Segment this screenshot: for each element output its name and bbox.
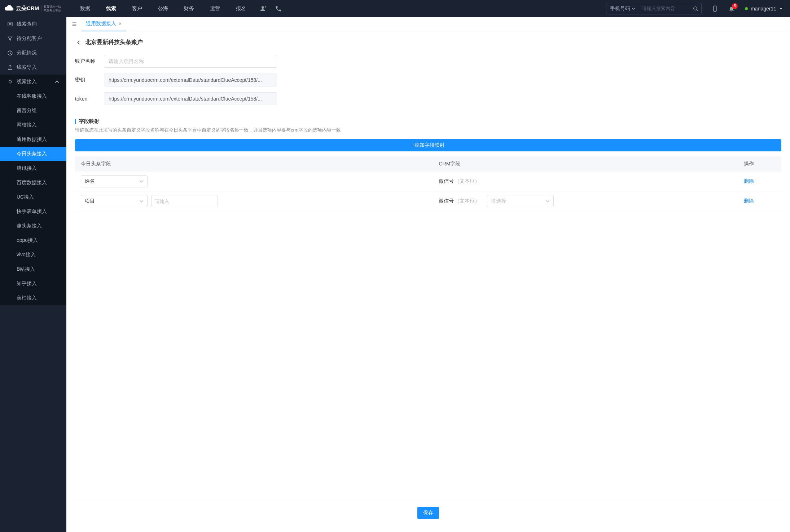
main-area: 通用数据接入✕ 北京昱新科技头条账户 账户名称 密钥 token bbox=[66, 17, 790, 532]
delete-button[interactable]: 删除 bbox=[744, 198, 754, 204]
submenu-item-4[interactable]: 今日头条接入 bbox=[0, 147, 66, 161]
caret-down-icon bbox=[779, 7, 783, 10]
search-input[interactable] bbox=[639, 6, 690, 11]
submenu-item-9[interactable]: 趣头条接入 bbox=[0, 219, 66, 233]
menu-item-4[interactable]: 线索接入 bbox=[0, 75, 66, 89]
submenu-item-12[interactable]: B站接入 bbox=[0, 262, 66, 276]
pie-icon bbox=[7, 50, 13, 56]
user-menu[interactable]: manager11 bbox=[745, 6, 783, 12]
user-add-icon[interactable] bbox=[260, 5, 267, 12]
filter-icon bbox=[7, 36, 13, 41]
submenu-item-13[interactable]: 知乎接入 bbox=[0, 276, 66, 291]
chevron-up-icon bbox=[55, 80, 59, 84]
table-col-2: 操作 bbox=[738, 156, 781, 172]
list-icon bbox=[7, 21, 13, 27]
menu-item-3[interactable]: 线索导入 bbox=[0, 60, 66, 75]
toutiao-field-select[interactable]: 项目 bbox=[81, 195, 148, 207]
nav-item-6[interactable]: 报名 bbox=[230, 0, 252, 17]
plug-icon bbox=[7, 79, 13, 85]
save-button[interactable]: 保存 bbox=[417, 507, 439, 519]
section-bar-icon bbox=[75, 119, 76, 124]
nav-item-3[interactable]: 公海 bbox=[152, 0, 174, 17]
secret-label: 密钥 bbox=[75, 77, 104, 83]
crm-field-name: 微信号 bbox=[439, 198, 454, 204]
menu-item-0[interactable]: 线索查询 bbox=[0, 17, 66, 31]
brand-name: 云朵CRM bbox=[16, 5, 39, 12]
mapping-table: 今日头条字段CRM字段操作 姓名微信号（文本框）删除项目微信号（文本框）请选择删… bbox=[75, 156, 781, 211]
mobile-icon[interactable] bbox=[712, 5, 718, 12]
crm-field-name: 微信号 bbox=[439, 178, 454, 184]
nav-icons bbox=[260, 5, 282, 12]
table-row: 姓名微信号（文本框）删除 bbox=[75, 172, 781, 191]
crm-field-type: （文本框） bbox=[455, 178, 480, 184]
secret-input[interactable] bbox=[104, 74, 277, 87]
chevron-left-icon bbox=[75, 39, 82, 46]
search-type-select[interactable]: 手机号码 bbox=[606, 3, 639, 14]
app-header: 云朵CRM 教育机构一站 式服务云平台 数据线索客户公海财务运营报名 手机号码 … bbox=[0, 0, 790, 17]
crm-field-type: （文本框） bbox=[455, 198, 480, 204]
submenu-item-8[interactable]: 快手表单接入 bbox=[0, 204, 66, 219]
nav-item-1[interactable]: 线索 bbox=[100, 0, 122, 17]
table-row: 项目微信号（文本框）请选择删除 bbox=[75, 191, 781, 211]
chevron-down-icon bbox=[545, 199, 550, 203]
svg-point-0 bbox=[262, 6, 264, 9]
menu-fold-icon bbox=[71, 21, 77, 27]
crm-field-select[interactable]: 请选择 bbox=[487, 195, 554, 207]
section-hint: 请确保您在此填写的头条自定义字段名称与在今日头条平台中自定义的字段名称一致，并且… bbox=[75, 127, 781, 133]
page-header: 北京昱新科技头条账户 bbox=[75, 39, 781, 46]
footer: 保存 bbox=[75, 501, 781, 525]
phone-icon[interactable] bbox=[275, 5, 282, 12]
back-button[interactable] bbox=[75, 39, 82, 46]
notification-badge: 5 bbox=[732, 3, 738, 9]
account-name-input[interactable] bbox=[104, 55, 277, 68]
nav-item-0[interactable]: 数据 bbox=[74, 0, 96, 17]
account-name-label: 账户名称 bbox=[75, 58, 104, 65]
toutiao-field-select[interactable]: 姓名 bbox=[81, 175, 148, 187]
submenu-item-1[interactable]: 留言分组 bbox=[0, 103, 66, 118]
chevron-down-icon bbox=[632, 7, 635, 10]
search-group: 手机号码 bbox=[606, 3, 702, 14]
nav-item-5[interactable]: 运营 bbox=[204, 0, 226, 17]
tabs-collapse-button[interactable] bbox=[70, 20, 79, 28]
upload-icon bbox=[7, 65, 13, 70]
submenu-item-6[interactable]: 百度数据接入 bbox=[0, 176, 66, 190]
tab-0[interactable]: 通用数据接入✕ bbox=[82, 17, 126, 31]
table-col-0: 今日头条字段 bbox=[75, 156, 433, 172]
sidebar: 线索查询待分配客户分配情况线索导入线索接入在线客服接入留言分组网校接入通用数据接… bbox=[0, 17, 66, 532]
section-header: 字段映射 bbox=[75, 118, 781, 125]
submenu-item-14[interactable]: 美柚接入 bbox=[0, 291, 66, 305]
submenu-item-0[interactable]: 在线客服接入 bbox=[0, 89, 66, 103]
svg-point-1 bbox=[694, 6, 697, 10]
submenu-item-7[interactable]: UC接入 bbox=[0, 190, 66, 204]
menu-item-1[interactable]: 待分配客户 bbox=[0, 31, 66, 46]
brand-subtitle: 教育机构一站 式服务云平台 bbox=[41, 5, 61, 12]
logo-area: 云朵CRM 教育机构一站 式服务云平台 bbox=[4, 5, 66, 13]
header-right: 5 manager11 bbox=[712, 5, 786, 12]
tabs-bar: 通用数据接入✕ bbox=[66, 17, 790, 31]
chevron-down-icon bbox=[139, 199, 144, 203]
close-icon[interactable]: ✕ bbox=[118, 21, 122, 26]
chevron-down-icon bbox=[139, 179, 144, 183]
submenu-item-2[interactable]: 网校接入 bbox=[0, 118, 66, 132]
submenu-item-3[interactable]: 通用数据接入 bbox=[0, 132, 66, 147]
search-button[interactable] bbox=[690, 6, 701, 12]
nav-item-4[interactable]: 财务 bbox=[178, 0, 200, 17]
submenu-item-10[interactable]: oppo接入 bbox=[0, 233, 66, 248]
content: 北京昱新科技头条账户 账户名称 密钥 token 字段映射 请确保您在此填写的头… bbox=[66, 31, 790, 532]
submenu-item-11[interactable]: vivo接入 bbox=[0, 248, 66, 262]
nav-item-2[interactable]: 客户 bbox=[126, 0, 148, 17]
submenu-item-5[interactable]: 腾讯接入 bbox=[0, 161, 66, 176]
page-title: 北京昱新科技头条账户 bbox=[85, 39, 143, 46]
add-mapping-button[interactable]: +添加字段映射 bbox=[75, 139, 781, 151]
main-nav: 数据线索客户公海财务运营报名 bbox=[74, 0, 252, 17]
delete-button[interactable]: 删除 bbox=[744, 178, 754, 184]
search-icon bbox=[693, 6, 698, 12]
menu-item-2[interactable]: 分配情况 bbox=[0, 46, 66, 60]
section-title: 字段映射 bbox=[79, 118, 99, 125]
status-dot-icon bbox=[745, 7, 748, 10]
table-col-1: CRM字段 bbox=[433, 156, 738, 172]
bell-icon[interactable]: 5 bbox=[728, 5, 735, 12]
token-input[interactable] bbox=[104, 92, 277, 105]
cloud-logo-icon bbox=[4, 5, 14, 13]
toutiao-field-input[interactable] bbox=[151, 195, 218, 207]
